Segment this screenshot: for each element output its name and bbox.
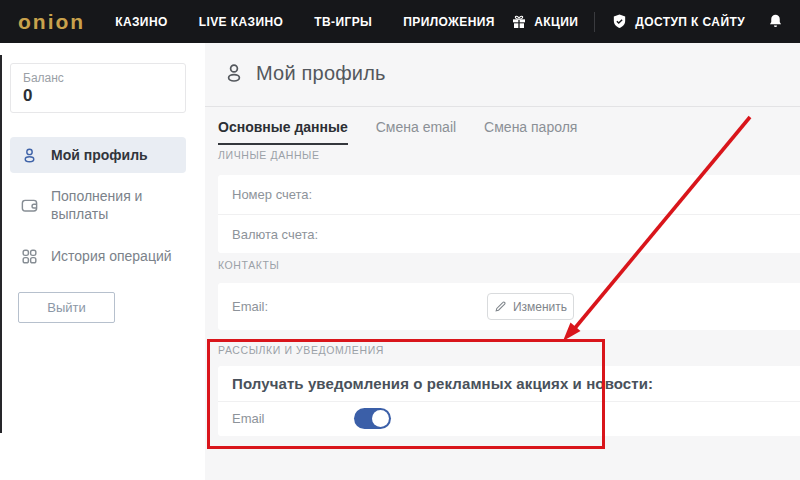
balance-card: Баланс 0 xyxy=(10,63,186,113)
sidebar-item-my-profile[interactable]: Мой профиль xyxy=(10,137,186,173)
edit-email-button[interactable]: Изменить xyxy=(487,293,574,320)
site-access-link[interactable]: ДОСТУП К САЙТУ xyxy=(611,13,745,30)
edit-email-label: Изменить xyxy=(513,300,567,314)
wallet-icon xyxy=(20,196,39,215)
email-notifications-toggle[interactable] xyxy=(354,408,391,429)
toggle-knob xyxy=(372,410,389,427)
tab-change-password[interactable]: Смена пароля xyxy=(484,119,577,145)
nav-item-casino[interactable]: КАЗИНО xyxy=(115,15,168,29)
email-label: Email: xyxy=(232,299,268,314)
pencil-icon xyxy=(494,300,507,313)
sidebar-item-label: Пополнения и выплаты xyxy=(51,187,161,223)
account-number-row: Номер счета: xyxy=(218,175,800,214)
site-access-label: ДОСТУП К САЙТУ xyxy=(635,15,745,29)
tab-basic-data[interactable]: Основные данные xyxy=(218,119,348,145)
top-navigation-bar: onion КАЗИНО LIVE КАЗИНО ТВ-ИГРЫ ПРИЛОЖЕ… xyxy=(0,0,800,43)
personal-data-card: Номер счета: Валюта счета: xyxy=(218,175,800,253)
page-header: Мой профиль xyxy=(222,61,386,85)
email-notifications-row: Email xyxy=(218,402,800,435)
notifications-description: Получать уведомления о рекламных акциях … xyxy=(218,366,800,402)
nav-right-group: АКЦИИ ДОСТУП К САЙТУ xyxy=(511,12,784,32)
sidebar-item-label: Мой профиль xyxy=(51,146,148,164)
person-icon xyxy=(20,146,39,165)
balance-label: Баланс xyxy=(23,71,173,85)
nav-divider xyxy=(594,12,595,32)
email-toggle-label: Email xyxy=(232,411,265,426)
page: onion КАЗИНО LIVE КАЗИНО ТВ-ИГРЫ ПРИЛОЖЕ… xyxy=(0,0,800,480)
nav-item-tv-games[interactable]: ТВ-ИГРЫ xyxy=(314,15,372,29)
sidebar: Баланс 0 Мой профиль Пополнения и выплат… xyxy=(0,43,205,480)
account-number-label: Номер счета: xyxy=(232,187,312,202)
shield-check-icon xyxy=(611,13,628,30)
nav-item-live-casino[interactable]: LIVE КАЗИНО xyxy=(199,15,284,29)
logout-button[interactable]: Выйти xyxy=(18,292,115,323)
brand-logo[interactable]: onion xyxy=(18,11,85,32)
promotions-label: АКЦИИ xyxy=(534,15,578,29)
account-currency-label: Валюта счета: xyxy=(232,227,318,242)
notifications-card: Получать уведомления о рекламных акциях … xyxy=(218,366,800,436)
sidebar-item-deposits-payouts[interactable]: Пополнения и выплаты xyxy=(10,183,186,227)
profile-tabs: Основные данные Смена email Смена пароля xyxy=(218,119,577,145)
window-edge-line xyxy=(0,55,2,433)
section-label-notifications: РАССЫЛКИ И УВЕДОМЛЕНИЯ xyxy=(218,344,384,356)
notifications-bell-button[interactable] xyxy=(767,13,784,30)
nav-item-apps[interactable]: ПРИЛОЖЕНИЯ xyxy=(403,15,495,29)
contacts-card: Email: Изменить xyxy=(218,283,800,330)
main-content: Мой профиль Основные данные Смена email … xyxy=(205,43,800,480)
section-label-personal-data: ЛИЧНЫЕ ДАННЫЕ xyxy=(218,149,320,161)
bell-icon xyxy=(767,13,784,30)
grid-icon xyxy=(20,247,39,266)
header-divider xyxy=(205,106,800,107)
gift-icon xyxy=(511,14,527,30)
sidebar-item-label: История операций xyxy=(51,247,172,265)
tab-change-email[interactable]: Смена email xyxy=(376,119,456,145)
section-label-contacts: КОНТАКТЫ xyxy=(218,259,279,271)
promotions-link[interactable]: АКЦИИ xyxy=(511,14,578,30)
sidebar-item-history[interactable]: История операций xyxy=(10,241,186,271)
profile-icon xyxy=(222,61,246,85)
page-title: Мой профиль xyxy=(256,62,386,85)
account-currency-row: Валюта счета: xyxy=(218,214,800,253)
balance-value: 0 xyxy=(23,86,173,106)
main-menu: КАЗИНО LIVE КАЗИНО ТВ-ИГРЫ ПРИЛОЖЕНИЯ xyxy=(115,15,495,29)
